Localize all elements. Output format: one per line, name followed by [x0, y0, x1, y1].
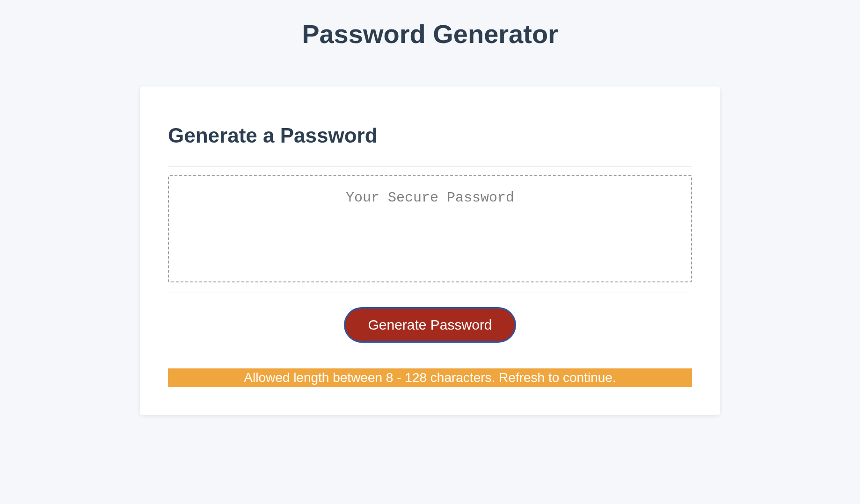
- password-output-section: [168, 166, 692, 293]
- alert-message: Allowed length between 8 - 128 character…: [168, 368, 692, 387]
- generate-password-button[interactable]: Generate Password: [344, 307, 516, 343]
- button-row: Generate Password: [168, 307, 692, 343]
- page-title: Password Generator: [0, 19, 860, 49]
- card-title: Generate a Password: [168, 124, 692, 147]
- password-output[interactable]: [168, 175, 692, 282]
- generator-card: Generate a Password Generate Password Al…: [140, 86, 720, 415]
